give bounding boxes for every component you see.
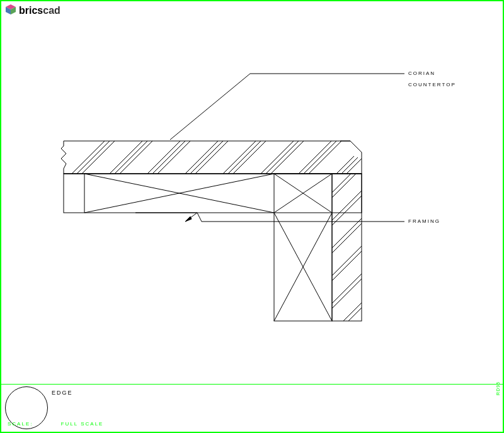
svg-line-44	[332, 223, 362, 253]
svg-line-49	[343, 303, 362, 321]
svg-line-4	[72, 141, 105, 174]
svg-line-43	[332, 218, 362, 248]
title-block: EDGE SCALE: FULL SCALE	[1, 385, 503, 432]
scale-row: SCALE: FULL SCALE	[8, 421, 103, 427]
app-frame: bricscad	[0, 0, 504, 433]
svg-line-15	[195, 141, 228, 174]
svg-line-11	[152, 141, 185, 174]
svg-line-23	[304, 141, 336, 174]
svg-line-7	[110, 141, 142, 174]
drawing-canvas: CORIAN COUNTERTOP FRAMING	[1, 20, 503, 381]
svg-line-39	[332, 174, 351, 193]
svg-line-21	[271, 141, 304, 174]
svg-line-13	[185, 141, 218, 174]
svg-line-16	[223, 141, 256, 174]
label-corian-line2: COUNTERTOP	[408, 82, 456, 87]
svg-rect-33	[274, 174, 332, 321]
svg-line-20	[266, 141, 299, 174]
svg-rect-29	[64, 174, 362, 213]
svg-line-5	[77, 141, 110, 174]
label-framing: FRAMING	[408, 218, 440, 224]
svg-line-40	[332, 174, 356, 198]
brand-suffix: cad	[43, 5, 60, 16]
svg-line-19	[261, 141, 294, 174]
svg-line-55	[197, 213, 202, 222]
scale-value: FULL SCALE	[61, 421, 104, 427]
svg-line-41	[332, 191, 362, 220]
svg-line-47	[332, 274, 362, 303]
scale-label: SCALE:	[8, 421, 33, 427]
svg-line-17	[228, 141, 261, 174]
svg-line-46	[332, 251, 362, 281]
svg-line-9	[120, 141, 152, 174]
svg-line-22	[299, 141, 331, 174]
brand-prefix: brics	[19, 5, 43, 16]
svg-line-42	[332, 196, 362, 225]
svg-line-24	[309, 141, 341, 174]
bricscad-logo-icon	[5, 4, 16, 18]
svg-line-25	[336, 156, 354, 174]
svg-line-51	[170, 74, 250, 140]
brand-text: bricscad	[19, 5, 60, 16]
app-header: bricscad	[5, 4, 60, 18]
svg-line-8	[115, 141, 147, 174]
svg-line-6	[82, 141, 115, 174]
svg-marker-57	[185, 216, 192, 222]
svg-line-26	[341, 157, 358, 174]
label-corian-line1: CORIAN	[408, 70, 435, 76]
svg-line-45	[332, 246, 362, 276]
side-annotation: RD95	[496, 381, 500, 395]
svg-line-48	[332, 279, 362, 308]
svg-line-18	[233, 141, 266, 174]
svg-line-12	[158, 141, 190, 174]
svg-line-10	[147, 141, 180, 174]
drawing-title: EDGE	[52, 390, 73, 396]
svg-line-14	[190, 141, 223, 174]
